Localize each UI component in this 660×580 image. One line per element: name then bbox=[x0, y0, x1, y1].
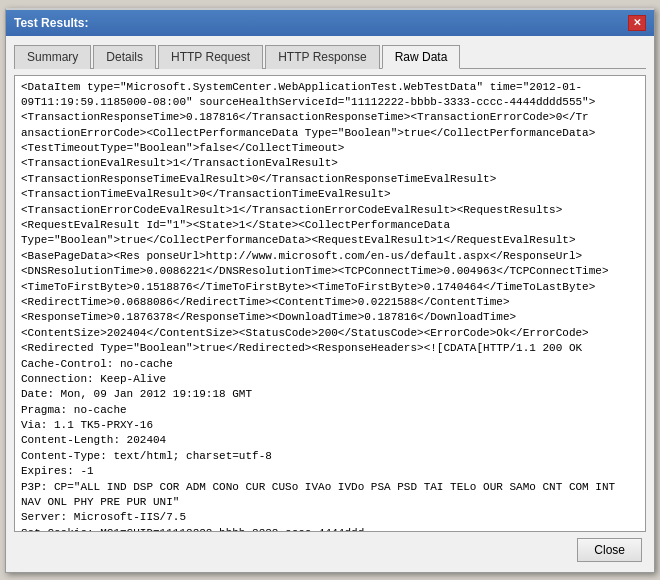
title-bar: Test Results: ✕ bbox=[6, 10, 654, 36]
tab-http-request[interactable]: HTTP Request bbox=[158, 45, 263, 69]
window-title: Test Results: bbox=[14, 16, 88, 30]
test-results-window: Test Results: ✕ Summary Details HTTP Req… bbox=[5, 8, 655, 573]
tab-raw-data[interactable]: Raw Data bbox=[382, 45, 461, 69]
footer: Close bbox=[14, 532, 646, 564]
close-title-button[interactable]: ✕ bbox=[628, 15, 646, 31]
raw-data-content[interactable]: <DataItem type="Microsoft.SystemCenter.W… bbox=[14, 75, 646, 532]
tab-summary[interactable]: Summary bbox=[14, 45, 91, 69]
tab-bar: Summary Details HTTP Request HTTP Respon… bbox=[14, 44, 646, 69]
tab-details[interactable]: Details bbox=[93, 45, 156, 69]
tab-http-response[interactable]: HTTP Response bbox=[265, 45, 379, 69]
window-content: Summary Details HTTP Request HTTP Respon… bbox=[6, 36, 654, 572]
close-button[interactable]: Close bbox=[577, 538, 642, 562]
title-bar-buttons: ✕ bbox=[628, 15, 646, 31]
